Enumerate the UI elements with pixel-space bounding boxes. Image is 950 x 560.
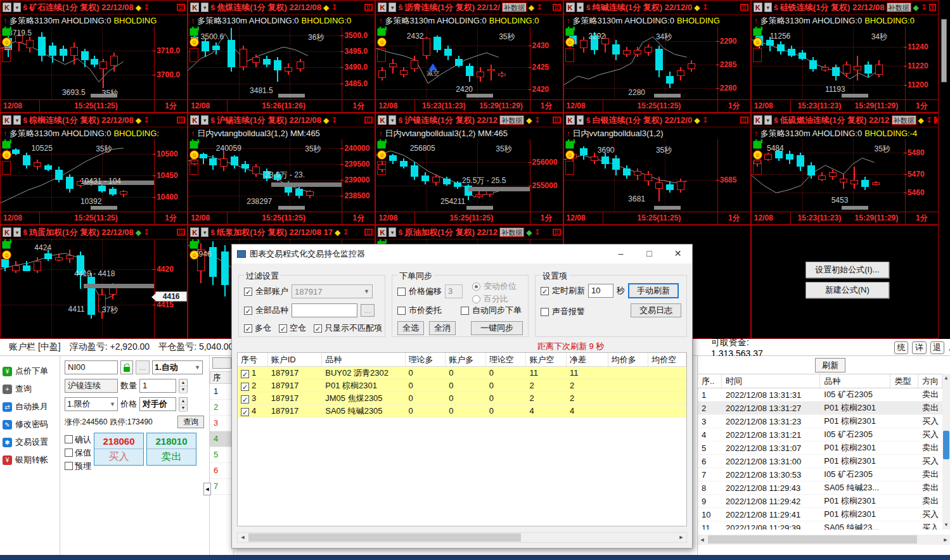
smiley-icon[interactable]: ☺ xyxy=(189,37,199,47)
lock-icon[interactable] xyxy=(377,141,386,149)
scroll-left-icon[interactable]: ◄ xyxy=(238,533,248,542)
scroll-left-icon[interactable]: ◄ xyxy=(698,535,707,545)
order-check-1[interactable]: 保值 xyxy=(65,447,91,459)
k-chart-button[interactable]: K xyxy=(566,115,575,125)
detail-button[interactable]: 详 xyxy=(912,341,926,354)
mini-scrollbar[interactable] xyxy=(91,206,117,210)
refresh-button[interactable]: 刷新 xyxy=(815,358,845,372)
fill-data-badge[interactable]: 补数据 xyxy=(887,3,911,12)
fill-data-badge[interactable]: 补数据 xyxy=(499,227,524,237)
tick-radio[interactable] xyxy=(472,283,480,291)
more-contracts-button[interactable]: ... xyxy=(136,360,150,374)
fill-data-badge[interactable]: 补数据 xyxy=(499,115,524,125)
k-chart-button[interactable]: K xyxy=(3,227,11,237)
strip-button-fragment[interactable] xyxy=(212,357,231,369)
restore-window-icon[interactable] xyxy=(929,4,936,11)
smiley-icon[interactable]: ☺ xyxy=(189,250,199,260)
chevron-down-icon[interactable]: ▼ xyxy=(388,227,396,237)
k-chart-button[interactable]: K xyxy=(3,3,11,12)
column-header[interactable]: 净差 xyxy=(567,353,608,366)
table-row[interactable]: 112022/12/08 11:29:39SA05 纯碱23...买入 xyxy=(698,521,942,530)
period-label[interactable]: 1分 xyxy=(530,100,563,112)
restore-window-icon[interactable] xyxy=(553,229,561,236)
lock-icon[interactable] xyxy=(189,28,198,36)
mini-scrollbar[interactable] xyxy=(654,94,681,98)
order-check-0[interactable]: 确认 xyxy=(65,434,91,445)
scroll-up-icon[interactable]: ▲ xyxy=(942,374,950,383)
chevron-down-icon[interactable]: ▼ xyxy=(577,115,584,125)
smiley-icon[interactable]: ☺ xyxy=(753,150,762,160)
long-checkbox[interactable]: ✓ xyxy=(244,324,252,333)
restore-window-icon[interactable] xyxy=(177,117,185,124)
column-header[interactable]: 账户多 xyxy=(446,353,486,366)
price-offset-checkbox[interactable] xyxy=(397,288,406,296)
lock-icon[interactable] xyxy=(2,28,11,36)
chart-time-bar[interactable]: 12/0815:25(11:25)1分 xyxy=(564,99,750,112)
monitor-table-header[interactable]: 序号账户ID品种理论多账户多理论空账户空净差均价多均价空 xyxy=(238,353,686,367)
scroll-right-icon[interactable]: ► xyxy=(676,533,686,542)
trade-log-button[interactable]: 交易日志 xyxy=(631,303,681,317)
sidebar-item-query[interactable]: +查询 xyxy=(0,380,60,398)
price-stepper[interactable]: ▲▼ xyxy=(179,397,188,411)
k-chart-button[interactable]: K xyxy=(378,3,387,12)
anchor-icon[interactable]: ↧ xyxy=(702,116,708,125)
table-row[interactable]: 42022/12/08 13:31:21I05 矿石2305买入 xyxy=(698,428,942,442)
lock-icon[interactable] xyxy=(189,141,198,149)
anchor-icon[interactable]: ↧ xyxy=(331,116,337,125)
sell-button[interactable]: 218010 卖出 xyxy=(146,433,196,466)
period-label[interactable]: 1分 xyxy=(905,212,938,224)
column-header[interactable]: 类型 xyxy=(890,374,918,388)
restore-window-icon[interactable] xyxy=(177,4,185,11)
mini-scrollbar[interactable] xyxy=(842,206,868,210)
row-checkbox[interactable]: ✓ xyxy=(241,395,249,404)
column-header[interactable]: 理论空 xyxy=(486,353,527,366)
select-all-button[interactable]: 全选 xyxy=(397,321,424,335)
order-table-header[interactable]: 序..时间品种类型方向 xyxy=(698,374,942,388)
one-key-sync-button[interactable]: 一键同步 xyxy=(471,321,523,335)
contract-code-input[interactable]: NI00 xyxy=(65,360,118,374)
sidebar-item-price-order[interactable]: ¥点价下单 xyxy=(0,362,60,380)
restore-window-icon[interactable] xyxy=(364,229,373,236)
mini-scrollbar[interactable] xyxy=(466,206,493,210)
set-initial-formula-button[interactable]: 设置初始公式(I)... xyxy=(806,262,889,278)
k-chart-button[interactable]: K xyxy=(378,115,387,125)
order-type-select[interactable]: 1.限价▼ xyxy=(65,397,118,411)
scroll-right-icon[interactable]: ► xyxy=(941,535,950,545)
column-header[interactable]: 账户ID xyxy=(268,353,323,366)
anchor-icon[interactable]: ↧ xyxy=(143,228,150,237)
row-checkbox[interactable]: ✓ xyxy=(241,370,249,378)
lock-icon[interactable] xyxy=(377,28,386,36)
column-header[interactable]: 账户空 xyxy=(526,353,567,366)
column-header[interactable]: 均价多 xyxy=(608,353,649,366)
strip-row[interactable]: 2 xyxy=(210,400,233,416)
browse-symbols-button[interactable]: ... xyxy=(361,304,375,317)
chevron-down-icon[interactable]: ▼ xyxy=(764,3,772,12)
chevron-down-icon[interactable]: ▼ xyxy=(13,227,21,237)
new-formula-button[interactable]: 新建公式(N) xyxy=(806,282,889,298)
monitor-row[interactable]: ✓3187917JM05 焦煤230500022 xyxy=(238,392,686,405)
dialog-title-bar[interactable]: 图表交易程式化交易持仓监控器 – □ ✕ xyxy=(232,245,692,264)
row-checkbox[interactable]: ✓ xyxy=(241,383,249,391)
buy-button[interactable]: 218060 买入 xyxy=(94,433,144,466)
chevron-down-icon[interactable]: ▼ xyxy=(201,115,209,125)
table-row[interactable]: 102022/12/08 11:29:41P01 棕榈2301买入 xyxy=(698,508,942,521)
chevron-down-icon[interactable]: ▼ xyxy=(764,115,772,125)
lock-icon[interactable] xyxy=(2,241,11,249)
right-edge-scrollbar[interactable] xyxy=(939,0,950,339)
column-header[interactable]: 序号 xyxy=(238,353,268,366)
column-header[interactable]: 方向 xyxy=(918,374,942,388)
restore-window-icon[interactable] xyxy=(364,4,373,11)
monitor-row[interactable]: ✓2187917P01 棕榈230100022 xyxy=(238,379,686,392)
restore-window-icon[interactable] xyxy=(740,4,748,11)
mini-scrollbar[interactable] xyxy=(842,94,868,98)
chart-time-bar[interactable]: 12/0815:23(11:23)15:29(11:29)1分 xyxy=(752,212,938,224)
sound-alarm-checkbox[interactable] xyxy=(541,308,549,316)
smiley-icon[interactable]: ☺ xyxy=(753,37,762,47)
period-label[interactable]: 1分 xyxy=(905,100,938,112)
smiley-icon[interactable]: ☺ xyxy=(189,150,199,160)
row-checkbox[interactable]: ✓ xyxy=(241,408,249,416)
period-label[interactable]: 1分 xyxy=(530,212,563,224)
manual-refresh-button[interactable]: 手动刷新 xyxy=(628,283,679,298)
anchor-icon[interactable]: ↧ xyxy=(331,3,337,12)
stats-button[interactable]: 统 xyxy=(894,341,908,354)
